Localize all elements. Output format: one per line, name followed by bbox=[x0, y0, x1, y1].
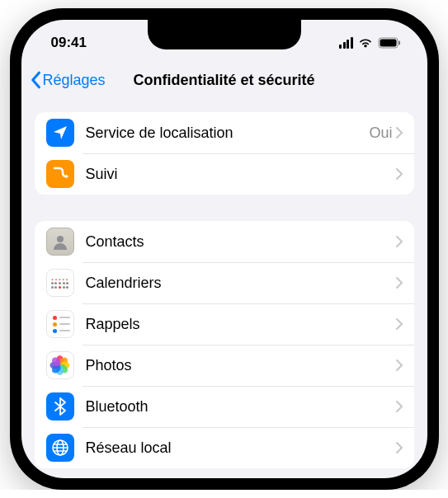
chevron-right-icon bbox=[396, 359, 403, 371]
row-location-services[interactable]: Service de localisation Oui bbox=[35, 112, 414, 153]
chevron-right-icon bbox=[396, 318, 403, 330]
bluetooth-icon bbox=[46, 392, 74, 420]
row-photos[interactable]: Photos bbox=[35, 345, 414, 386]
row-tracking[interactable]: Suivi bbox=[35, 153, 414, 195]
svg-point-4 bbox=[57, 236, 64, 242]
row-label: Réseau local bbox=[86, 439, 396, 457]
row-label: Service de localisation bbox=[86, 124, 370, 142]
phone-frame: 09:41 Réglages bbox=[10, 8, 439, 490]
calendar-icon: • • • • • bbox=[46, 269, 74, 297]
settings-group: Contacts • • • • • Calendriers bbox=[35, 221, 414, 468]
localnetwork-icon bbox=[46, 434, 74, 462]
side-button bbox=[10, 231, 12, 282]
chevron-right-icon bbox=[396, 442, 403, 453]
reminders-icon bbox=[46, 310, 74, 338]
row-calendar[interactable]: • • • • • Calendriers bbox=[35, 262, 414, 303]
chevron-right-icon bbox=[396, 236, 403, 247]
row-bluetooth[interactable]: Bluetooth bbox=[35, 386, 414, 427]
chevron-left-icon bbox=[30, 71, 41, 89]
row-label: Contacts bbox=[86, 233, 396, 251]
chevron-right-icon bbox=[396, 168, 403, 180]
chevron-right-icon bbox=[396, 277, 403, 289]
row-contacts[interactable]: Contacts bbox=[35, 221, 414, 262]
row-label: Calendriers bbox=[86, 275, 396, 292]
content-area: Service de localisation Oui Suivi bbox=[21, 99, 427, 478]
back-button[interactable]: Réglages bbox=[30, 71, 106, 89]
notch bbox=[148, 20, 301, 49]
battery-icon bbox=[378, 37, 401, 49]
side-button bbox=[10, 165, 12, 216]
status-time: 09:41 bbox=[51, 35, 87, 50]
row-label: Rappels bbox=[86, 316, 396, 333]
contacts-icon bbox=[46, 228, 74, 256]
row-value: Oui bbox=[369, 124, 392, 142]
screen: 09:41 Réglages bbox=[21, 20, 427, 478]
location-icon bbox=[46, 119, 74, 147]
tracking-icon bbox=[46, 160, 74, 188]
side-button bbox=[10, 115, 12, 143]
svg-rect-2 bbox=[398, 41, 400, 45]
svg-marker-3 bbox=[66, 175, 68, 179]
row-label: Bluetooth bbox=[86, 398, 396, 416]
wifi-icon bbox=[358, 37, 373, 49]
back-label: Réglages bbox=[43, 72, 106, 89]
side-button bbox=[437, 173, 439, 256]
row-label: Suivi bbox=[86, 166, 396, 183]
photos-icon bbox=[46, 351, 74, 379]
row-local-network[interactable]: Réseau local bbox=[35, 427, 414, 468]
navigation-bar: Réglages Confidentialité et sécurité bbox=[21, 61, 427, 99]
row-label: Photos bbox=[86, 357, 396, 374]
chevron-right-icon bbox=[396, 127, 403, 139]
settings-group: Service de localisation Oui Suivi bbox=[35, 112, 414, 195]
row-reminders[interactable]: Rappels bbox=[35, 303, 414, 345]
cellular-icon bbox=[339, 37, 353, 49]
chevron-right-icon bbox=[396, 401, 403, 412]
svg-rect-1 bbox=[380, 40, 396, 47]
